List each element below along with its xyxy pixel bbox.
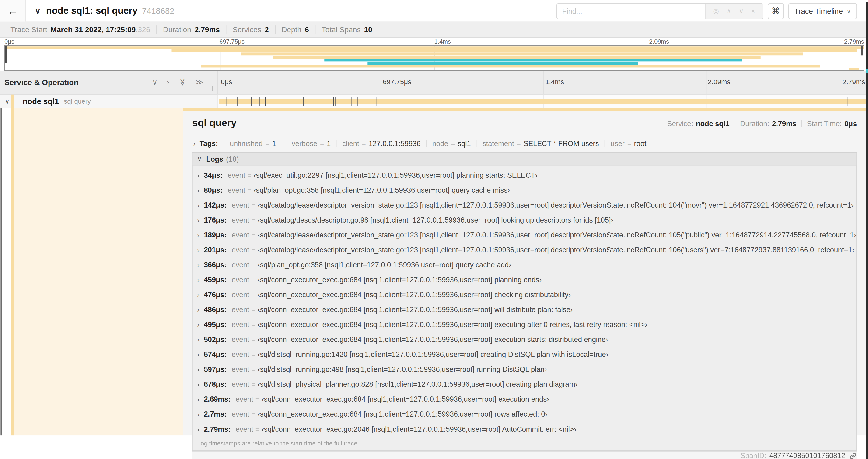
log-field-value: ‹sql/plan_opt.go:358 [nsql1,client=127.0… — [257, 261, 511, 269]
expand-one-icon[interactable]: › — [167, 78, 169, 87]
log-entry-row[interactable]: › 459μs: event = ‹sql/conn_executor_exec… — [193, 272, 856, 287]
viewport-scrubber-right[interactable] — [861, 46, 863, 55]
span-row-name-cell[interactable]: ∨ node sql1 sql query — [0, 94, 218, 108]
summary-item: Services 2 — [226, 25, 275, 34]
spanid-value: 4877749850101760812 — [769, 452, 845, 459]
log-marker-tick[interactable] — [335, 97, 336, 106]
tag-value: root — [634, 139, 646, 148]
log-field-key: event — [232, 321, 249, 329]
minimap-tick: 2.09ms — [649, 38, 669, 44]
expand-all-icon[interactable]: ≫ — [195, 78, 203, 87]
log-field-key: event — [232, 410, 249, 418]
detail-operation-title: sql query — [192, 117, 237, 129]
log-entry-row[interactable]: › 486μs: event = ‹sql/conn_executor_exec… — [193, 302, 856, 317]
log-entry-row[interactable]: › 34μs: event = ‹sql/exec_util.go:2297 [… — [193, 168, 856, 183]
log-field-key: event — [232, 201, 249, 209]
find-clear-icon[interactable]: × — [751, 7, 755, 15]
log-marker-tick[interactable] — [352, 97, 352, 106]
log-entry-row[interactable]: › 176μs: event = ‹sql/catalog/descs/desc… — [193, 212, 856, 227]
log-marker-tick[interactable] — [357, 97, 358, 106]
collapse-one-icon[interactable]: ∨ — [152, 78, 157, 87]
log-marker-tick[interactable] — [262, 97, 262, 106]
log-entry-row[interactable]: › 142μs: event = ‹sql/catalog/lease/desc… — [193, 198, 856, 212]
log-entry-row[interactable]: › 201μs: event = ‹sql/catalog/lease/desc… — [193, 242, 856, 257]
log-entry-row[interactable]: › 80μs: event = ‹sql/plan_opt.go:358 [ns… — [193, 183, 856, 198]
log-entry-row[interactable]: › 2.79ms: event = ‹sql/conn_executor_exe… — [193, 422, 856, 437]
log-field-key: event — [236, 395, 253, 403]
detail-title-row: sql query Service: node sql1 Duration: — [192, 117, 857, 129]
column-resizer-grip[interactable] — [212, 86, 214, 91]
log-timestamp: 476μs: — [204, 291, 227, 299]
find-prev-icon[interactable]: ∧ — [726, 7, 731, 15]
log-entry-row[interactable]: › 476μs: event = ‹sql/conn_executor_exec… — [193, 287, 856, 302]
find-next-icon[interactable]: ∨ — [739, 7, 744, 15]
log-timestamp: 2.69ms: — [204, 395, 231, 403]
collapse-all-icon[interactable]: ≫ — [178, 78, 187, 86]
logs-header[interactable]: ∨ Logs (18) — [193, 153, 856, 166]
log-marker-tick[interactable] — [334, 97, 334, 106]
log-marker-tick[interactable] — [847, 97, 847, 106]
log-entry-row[interactable]: › 189μs: event = ‹sql/catalog/lease/desc… — [193, 227, 856, 242]
log-marker-tick[interactable] — [325, 97, 326, 106]
log-timestamp: 486μs: — [204, 305, 227, 314]
viewport-scrubber-left[interactable] — [5, 46, 6, 62]
tags-accordian[interactable]: › Tags: _unfinished = 1 — [192, 139, 857, 148]
log-entry-row[interactable]: › 502μs: event = ‹sql/conn_executor_exec… — [193, 332, 856, 347]
detail-span-bar[interactable] — [183, 108, 868, 111]
deep-link-icon[interactable] — [849, 452, 857, 459]
chevron-right-icon: › — [197, 291, 199, 299]
chevron-right-icon: › — [197, 201, 199, 209]
log-timestamp: 34μs: — [204, 171, 223, 179]
find-input[interactable] — [557, 3, 705, 19]
log-marker-tick[interactable] — [329, 97, 330, 106]
keyboard-shortcuts-button[interactable]: ⌘ — [768, 3, 784, 19]
view-type-dropdown[interactable]: Trace Timeline ∨ — [788, 3, 857, 19]
minimap-tick: 697.75μs — [219, 38, 245, 44]
summary-value: March 31 2022, 17:25:09 — [51, 25, 136, 34]
chevron-right-icon: › — [197, 246, 199, 254]
log-equals: = — [255, 395, 259, 403]
log-entry-row[interactable]: › 574μs: event = ‹sql/distsql_running.go… — [193, 347, 856, 362]
back-button[interactable]: ← — [0, 0, 26, 22]
log-field-key: event — [232, 231, 249, 239]
timeline-main: Service & Operation ∨ › ≫ ≫ 0μs 697.75μs… — [0, 71, 868, 435]
log-marker-tick[interactable] — [376, 97, 377, 106]
log-marker-tick[interactable] — [251, 97, 251, 106]
log-field-value: ‹sql/exec_util.go:2297 [nsql1,client=127… — [254, 171, 537, 179]
summary-label: Total Spans — [322, 25, 361, 34]
log-marker-tick[interactable] — [237, 97, 237, 106]
log-marker-tick[interactable] — [226, 97, 226, 106]
header-controls: ◎ ∧ ∨ × ⌘ Trace Timeline ∨ — [556, 3, 857, 19]
log-marker-tick[interactable] — [303, 97, 304, 106]
log-marker-tick[interactable] — [331, 97, 332, 106]
log-entry-row[interactable]: › 366μs: event = ‹sql/plan_opt.go:358 [n… — [193, 257, 856, 272]
log-field-value: ‹sql/distsql_running.go:1420 [nsql1,clie… — [257, 350, 608, 359]
log-entry-row[interactable]: › 678μs: event = ‹sql/distsql_physical_p… — [193, 377, 856, 392]
span-detail-row: sql query Service: node sql1 Duration: — [0, 108, 868, 435]
log-entry-row[interactable]: › 2.69ms: event = ‹sql/conn_executor_exe… — [193, 392, 856, 407]
log-marker-tick[interactable] — [259, 97, 259, 106]
collapse-trace-icon[interactable]: ∨ — [35, 6, 40, 15]
span-duration-bar[interactable] — [219, 99, 867, 104]
tag-value: sql1 — [458, 139, 471, 148]
minimap-span-bar — [367, 62, 638, 65]
logs-accordian: ∨ Logs (18) › 34μs: event = — [192, 152, 857, 451]
jaeger-trace-page: ← ∨ node sql1: sql query 7418682 ◎ ∧ ∨ ×… — [0, 0, 868, 459]
log-entry-row[interactable]: › 597μs: event = ‹sql/distsql_running.go… — [193, 362, 856, 377]
log-marker-tick[interactable] — [265, 97, 265, 106]
trace-minimap[interactable] — [4, 45, 864, 71]
detail-meta-item: Start Time: 0μs — [802, 120, 857, 127]
locate-icon[interactable]: ◎ — [713, 7, 719, 15]
log-equals: = — [255, 425, 259, 433]
tag-equals: = — [362, 140, 366, 147]
log-equals: = — [251, 276, 255, 284]
log-marker-tick[interactable] — [845, 97, 845, 106]
log-entry-row[interactable]: › 495μs: event = ‹sql/conn_executor_exec… — [193, 317, 856, 332]
log-equals: = — [251, 351, 255, 358]
view-type-label: Trace Timeline — [794, 7, 843, 15]
log-equals: = — [251, 216, 255, 224]
tag-key: user — [611, 139, 625, 148]
log-field-key: event — [232, 291, 249, 299]
span-collapse-icon[interactable]: ∨ — [5, 98, 9, 105]
log-entry-row[interactable]: › 2.7ms: event = ‹sql/conn_executor_exec… — [193, 407, 856, 422]
